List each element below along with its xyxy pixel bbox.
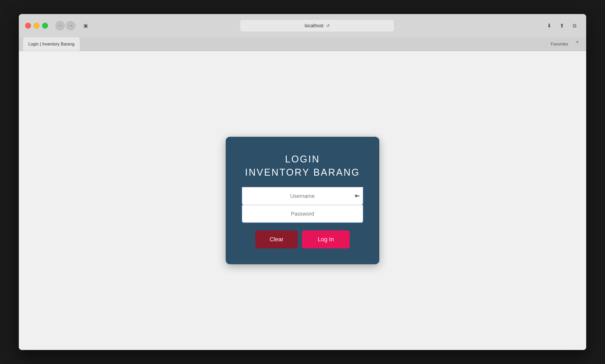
nav-buttons: ← → xyxy=(55,21,75,30)
address-bar-container: localhost ↺ xyxy=(95,20,540,31)
login-title-line1: LOGIN xyxy=(245,153,360,166)
close-button[interactable] xyxy=(25,23,31,29)
extensions-icon: ⧉ xyxy=(573,23,576,29)
back-button[interactable]: ← xyxy=(55,21,65,30)
share-button[interactable]: ⬆ xyxy=(557,20,567,31)
tab-title: Login | Inventory Barang xyxy=(28,42,74,47)
reload-button[interactable]: ↺ xyxy=(326,23,330,28)
login-title-line2: INVENTORY BARANG xyxy=(245,166,360,179)
sidebar-button[interactable]: ▣ xyxy=(81,21,90,30)
button-row: Clear Log In xyxy=(255,230,350,248)
browser-window: ← → ▣ localhost ↺ ⬇ ⬆ ⧉ xyxy=(19,14,586,350)
download-button[interactable]: ⬇ xyxy=(544,20,554,31)
clear-button[interactable]: Clear xyxy=(255,230,298,248)
address-bar[interactable]: localhost ↺ xyxy=(240,20,394,31)
forward-icon: → xyxy=(69,23,73,28)
tab-spacer xyxy=(80,37,546,51)
forward-button[interactable]: → xyxy=(66,21,75,30)
username-input[interactable] xyxy=(242,187,363,205)
toolbar-right: ⬇ ⬆ ⧉ xyxy=(544,20,580,31)
add-tab-icon: + xyxy=(576,39,579,45)
login-form: 🔑︎ xyxy=(242,187,363,223)
add-tab-button[interactable]: + xyxy=(572,37,582,47)
maximize-button[interactable] xyxy=(42,23,48,29)
tab-bar: Login | Inventory Barang Favorites + xyxy=(19,37,586,51)
back-icon: ← xyxy=(58,23,62,28)
password-input[interactable] xyxy=(242,205,363,223)
reload-icon: ↺ xyxy=(326,24,330,28)
traffic-lights xyxy=(25,23,48,29)
username-wrapper: 🔑︎ xyxy=(242,187,363,205)
download-icon: ⬇ xyxy=(547,22,551,29)
login-title: LOGIN INVENTORY BARANG xyxy=(245,153,360,179)
favorites-label: Favorites xyxy=(551,42,568,47)
url-text: localhost xyxy=(305,23,323,29)
login-button[interactable]: Log In xyxy=(302,230,350,248)
title-bar: ← → ▣ localhost ↺ ⬇ ⬆ ⧉ xyxy=(19,14,586,37)
login-card: LOGIN INVENTORY BARANG 🔑︎ Clear Log In xyxy=(226,137,379,265)
minimize-button[interactable] xyxy=(34,23,39,29)
page-content: LOGIN INVENTORY BARANG 🔑︎ Clear Log In xyxy=(19,51,586,350)
extensions-button[interactable]: ⧉ xyxy=(569,20,580,31)
share-icon: ⬆ xyxy=(560,22,564,29)
sidebar-icon: ▣ xyxy=(83,23,88,29)
favorites-area: Favorites xyxy=(546,37,572,51)
active-tab[interactable]: Login | Inventory Barang xyxy=(23,37,80,51)
